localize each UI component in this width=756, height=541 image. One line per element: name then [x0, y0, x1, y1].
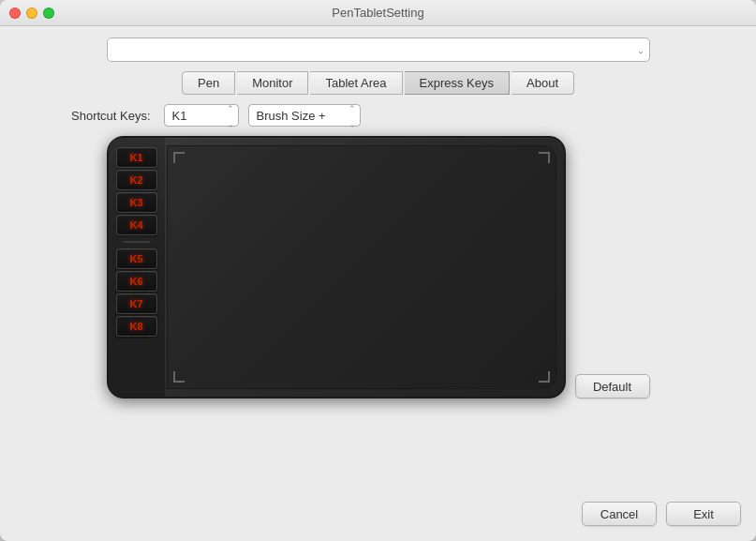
- default-button[interactable]: Default: [575, 374, 650, 398]
- window-controls: [9, 8, 54, 19]
- tab-express-keys[interactable]: Express Keys: [405, 71, 510, 95]
- tab-tablet-area[interactable]: Tablet Area: [310, 71, 402, 95]
- key-select[interactable]: K1 K2 K3 K4 K5 K6 K7 K8: [164, 104, 239, 127]
- tab-bar: Pen Monitor Tablet Area Express Keys Abo…: [15, 71, 741, 95]
- bottom-bar: Cancel Exit: [15, 498, 741, 526]
- tab-monitor[interactable]: Monitor: [237, 71, 308, 95]
- shortcut-row: Shortcut Keys: K1 K2 K3 K4 K5 K6 K7 K8: [15, 104, 741, 127]
- content-area: Pen Monitor Tablet Area Express Keys Abo…: [0, 26, 756, 541]
- device-select[interactable]: [107, 38, 650, 62]
- tab-about[interactable]: About: [511, 71, 574, 95]
- cancel-button[interactable]: Cancel: [582, 502, 657, 526]
- tablet-graphic: K1 K2 K3 K4 K5 K6 K7 K8: [107, 136, 566, 398]
- key-button-k2[interactable]: K2: [116, 170, 157, 190]
- corner-tl: [173, 152, 185, 163]
- corner-bl: [173, 371, 185, 383]
- corner-br: [539, 371, 550, 383]
- shortcut-label: Shortcut Keys:: [71, 109, 151, 123]
- key-select-wrap: K1 K2 K3 K4 K5 K6 K7 K8: [164, 104, 239, 127]
- key-button-k7[interactable]: K7: [116, 293, 157, 314]
- close-button[interactable]: [9, 8, 21, 19]
- action-select-wrap: Brush Size + Brush Size - Undo Redo None: [248, 104, 361, 127]
- default-button-col: Default: [575, 374, 650, 398]
- key-button-k3[interactable]: K3: [116, 192, 157, 213]
- key-button-k6[interactable]: K6: [116, 271, 157, 292]
- maximize-button[interactable]: [43, 8, 54, 19]
- tablet-side-panel: K1 K2 K3 K4 K5 K6 K7 K8: [109, 138, 165, 397]
- key-button-k8[interactable]: K8: [116, 316, 157, 337]
- tablet-surface: [167, 145, 556, 389]
- exit-button[interactable]: Exit: [666, 502, 741, 526]
- titlebar: PenTabletSetting: [0, 0, 756, 26]
- key-divider: [123, 241, 151, 243]
- main-panel: Shortcut Keys: K1 K2 K3 K4 K5 K6 K7 K8: [15, 104, 741, 488]
- main-window: PenTabletSetting Pen Monitor Tablet Area…: [0, 0, 756, 541]
- bottom-buttons: Cancel Exit: [582, 502, 741, 526]
- tab-pen[interactable]: Pen: [182, 71, 235, 95]
- minimize-button[interactable]: [26, 8, 37, 19]
- device-select-wrapper: [107, 38, 650, 62]
- tablet-area-row: K1 K2 K3 K4 K5 K6 K7 K8: [15, 136, 741, 398]
- corner-tr: [539, 152, 550, 163]
- action-select[interactable]: Brush Size + Brush Size - Undo Redo None: [248, 104, 361, 127]
- key-button-k1[interactable]: K1: [116, 147, 157, 168]
- key-group-top: K1 K2 K3 K4: [112, 147, 161, 235]
- key-button-k4[interactable]: K4: [116, 215, 157, 235]
- key-group-bottom: K5 K6 K7 K8: [112, 248, 161, 337]
- window-title: PenTabletSetting: [332, 6, 423, 20]
- device-selector-wrap: [15, 38, 741, 62]
- key-button-k5[interactable]: K5: [116, 248, 157, 269]
